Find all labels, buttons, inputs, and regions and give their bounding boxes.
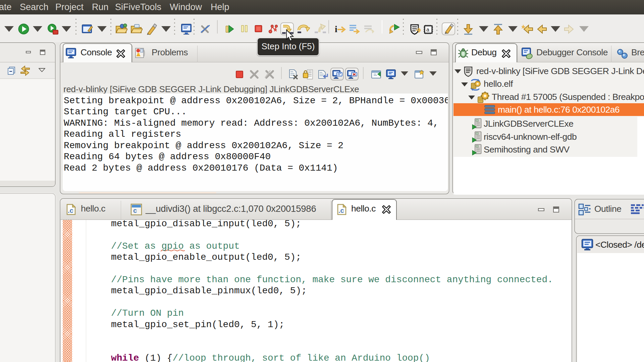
svg-text:.c: .c — [338, 207, 344, 214]
svg-text:.c: .c — [68, 207, 73, 214]
svg-text:c: c — [133, 207, 137, 214]
svg-text:i: i — [335, 24, 337, 34]
svg-text:a: a — [426, 27, 429, 33]
